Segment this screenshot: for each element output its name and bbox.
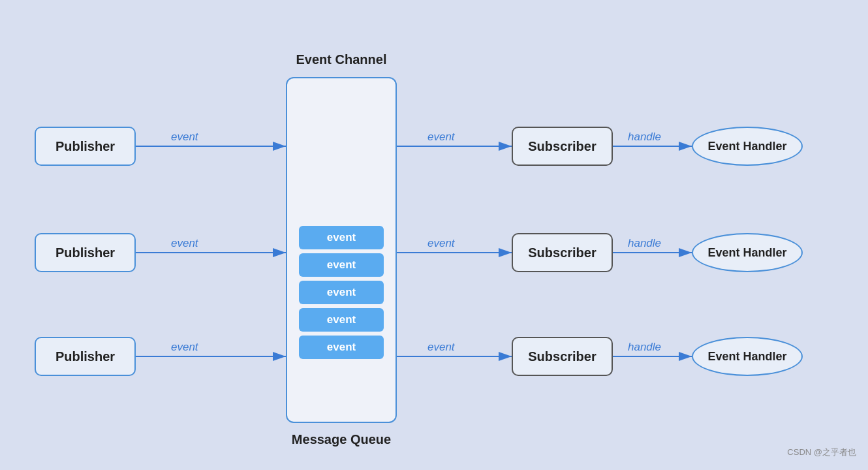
arrow-label-event-1: event — [171, 131, 198, 144]
publisher-label-3: Publisher — [55, 349, 115, 364]
publisher-box-3: Publisher — [35, 337, 136, 376]
handler-ellipse-2: Event Handler — [692, 233, 803, 272]
event-pill-1: event — [299, 226, 384, 249]
arrow-label-handle-3: handle — [628, 341, 661, 354]
arrow-label-event-3: event — [171, 237, 198, 250]
queue-label: Message Queue — [286, 432, 397, 447]
event-pill-4: event — [299, 308, 384, 332]
watermark: CSDN @之乎者也 — [787, 446, 856, 458]
handler-label-2: Event Handler — [707, 246, 786, 260]
handler-label-1: Event Handler — [707, 140, 786, 153]
subscriber-box-2: Subscriber — [512, 233, 613, 272]
subscriber-label-1: Subscriber — [528, 139, 596, 154]
publisher-box-1: Publisher — [35, 127, 136, 166]
publisher-box-2: Publisher — [35, 233, 136, 272]
event-pill-5: event — [299, 336, 384, 359]
channel-title: Event Channel — [286, 52, 397, 67]
event-pill-3: event — [299, 281, 384, 304]
event-pill-2: event — [299, 253, 384, 277]
arrow-label-event-6: event — [427, 341, 455, 354]
arrow-label-handle-1: handle — [628, 131, 661, 144]
handler-ellipse-3: Event Handler — [692, 337, 803, 376]
publisher-label-1: Publisher — [55, 139, 115, 154]
arrow-label-event-2: event — [427, 131, 455, 144]
arrow-label-event-4: event — [427, 237, 455, 250]
subscriber-box-3: Subscriber — [512, 337, 613, 376]
diagram-container: event event handle event event handle ev… — [0, 0, 868, 470]
arrow-label-handle-2: handle — [628, 237, 661, 250]
subscriber-label-3: Subscriber — [528, 349, 596, 364]
channel-box: event event event event event — [286, 77, 397, 423]
handler-label-3: Event Handler — [707, 350, 786, 364]
subscriber-box-1: Subscriber — [512, 127, 613, 166]
arrow-label-event-5: event — [171, 341, 198, 354]
subscriber-label-2: Subscriber — [528, 245, 596, 260]
handler-ellipse-1: Event Handler — [692, 127, 803, 166]
publisher-label-2: Publisher — [55, 245, 115, 260]
